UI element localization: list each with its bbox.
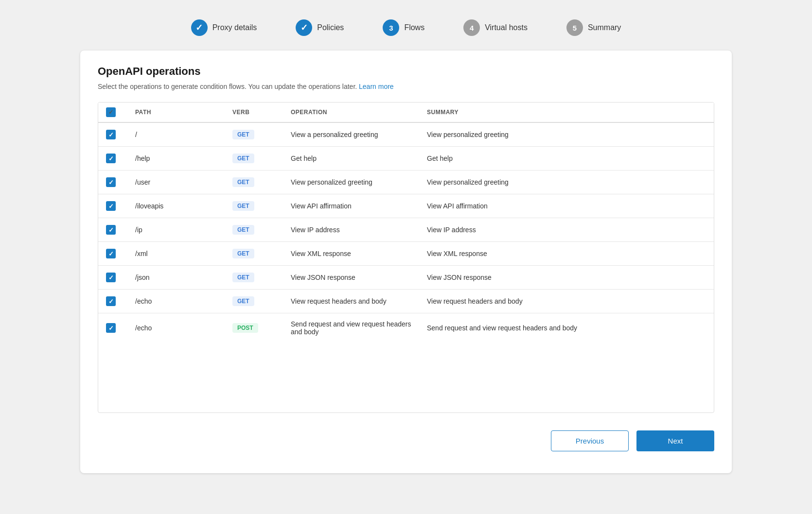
row-path: /xml	[127, 242, 225, 266]
step-flows[interactable]: 3 Flows	[383, 19, 424, 36]
header-path: PATH	[127, 103, 225, 122]
step-label-policies: Policies	[317, 23, 344, 32]
table-row: ✓/helpGETGet helpGet help	[98, 147, 714, 171]
step-circle-flows: 3	[383, 19, 399, 36]
check-icon: ✓	[108, 274, 114, 281]
operations-table: ✓ PATH VERB OPERATION SUMMARY ✓/GETView …	[98, 103, 714, 343]
table-row: ✓/GETView a personalized greetingView pe…	[98, 122, 714, 147]
header-operation: OPERATION	[283, 103, 419, 122]
verb-badge-get: GET	[232, 225, 254, 235]
row-checkbox-cell[interactable]: ✓	[98, 242, 127, 266]
check-icon: ✓	[108, 226, 114, 234]
table-body: ✓/GETView a personalized greetingView pe…	[98, 122, 714, 343]
header-verb: VERB	[225, 103, 283, 122]
row-summary: View XML response	[419, 242, 714, 266]
row-verb: GET	[225, 218, 283, 242]
row-verb: GET	[225, 242, 283, 266]
row-verb: GET	[225, 171, 283, 194]
verb-badge-get: GET	[232, 249, 254, 258]
step-proxy-details[interactable]: ✓ Proxy details	[191, 19, 257, 36]
table-row: ✓/echoPOSTSend request and view request …	[98, 313, 714, 343]
row-path: /ip	[127, 218, 225, 242]
row-checkbox-4[interactable]: ✓	[106, 225, 116, 235]
row-checkbox-cell[interactable]: ✓	[98, 171, 127, 194]
step-circle-virtual-hosts: 4	[463, 19, 480, 36]
check-icon: ✓	[108, 155, 114, 162]
row-operation: View JSON response	[283, 266, 419, 290]
step-label-proxy-details: Proxy details	[212, 23, 257, 32]
step-summary[interactable]: 5 Summary	[566, 19, 621, 36]
row-path: /echo	[127, 313, 225, 343]
step-label-flows: Flows	[404, 23, 424, 32]
row-path: /echo	[127, 290, 225, 313]
row-summary: Send request and view request headers an…	[419, 313, 714, 343]
wizard-steps: ✓ Proxy details ✓ Policies 3 Flows 4 Vir…	[0, 10, 812, 51]
next-button[interactable]: Next	[636, 430, 714, 451]
table-row: ✓/jsonGETView JSON responseView JSON res…	[98, 266, 714, 290]
verb-badge-get: GET	[232, 201, 254, 211]
card-subtitle: Select the operations to generate condit…	[98, 83, 714, 90]
row-summary: Get help	[419, 147, 714, 171]
checkmark-icon: ✓	[195, 22, 203, 33]
row-checkbox-0[interactable]: ✓	[106, 130, 116, 139]
row-path: /json	[127, 266, 225, 290]
check-icon: ✓	[108, 179, 114, 186]
row-verb: GET	[225, 290, 283, 313]
row-checkbox-6[interactable]: ✓	[106, 273, 116, 282]
card-title: OpenAPI operations	[98, 65, 714, 78]
row-checkbox-8[interactable]: ✓	[106, 323, 116, 333]
card-subtitle-text: Select the operations to generate condit…	[98, 83, 359, 90]
table-row: ✓/iloveapisGETView API affirmationView A…	[98, 194, 714, 218]
check-icon: ✓	[108, 131, 114, 138]
row-checkbox-3[interactable]: ✓	[106, 201, 116, 211]
main-card: OpenAPI operations Select the operations…	[80, 51, 732, 473]
row-summary: View personalized greeting	[419, 171, 714, 194]
row-checkbox-cell[interactable]: ✓	[98, 218, 127, 242]
row-path: /	[127, 122, 225, 147]
row-verb: GET	[225, 147, 283, 171]
row-checkbox-cell[interactable]: ✓	[98, 266, 127, 290]
row-path: /help	[127, 147, 225, 171]
row-checkbox-cell[interactable]: ✓	[98, 122, 127, 147]
row-operation: View API affirmation	[283, 194, 419, 218]
row-path: /iloveapis	[127, 194, 225, 218]
step-number-flows: 3	[389, 24, 393, 32]
row-operation: View request headers and body	[283, 290, 419, 313]
row-path: /user	[127, 171, 225, 194]
row-checkbox-cell[interactable]: ✓	[98, 290, 127, 313]
check-icon: ✓	[108, 298, 114, 305]
step-number-virtual-hosts: 4	[470, 24, 474, 32]
row-operation: View a personalized greeting	[283, 122, 419, 147]
row-checkbox-1[interactable]: ✓	[106, 154, 116, 163]
step-circle-proxy-details: ✓	[191, 19, 208, 36]
row-operation: View XML response	[283, 242, 419, 266]
verb-badge-post: POST	[232, 323, 258, 333]
header-checkbox-cell[interactable]: ✓	[98, 103, 127, 122]
step-virtual-hosts[interactable]: 4 Virtual hosts	[463, 19, 528, 36]
row-verb: GET	[225, 194, 283, 218]
step-circle-policies: ✓	[296, 19, 312, 36]
verb-badge-get: GET	[232, 154, 254, 163]
operations-table-container[interactable]: ✓ PATH VERB OPERATION SUMMARY ✓/GETView …	[98, 102, 714, 413]
row-checkbox-cell[interactable]: ✓	[98, 194, 127, 218]
check-icon: ✓	[108, 325, 114, 332]
row-checkbox-cell[interactable]: ✓	[98, 147, 127, 171]
row-checkbox-5[interactable]: ✓	[106, 249, 116, 258]
table-row: ✓/echoGETView request headers and bodyVi…	[98, 290, 714, 313]
row-checkbox-7[interactable]: ✓	[106, 296, 116, 306]
row-operation: Send request and view request headers an…	[283, 313, 419, 343]
verb-badge-get: GET	[232, 130, 254, 139]
learn-more-link[interactable]: Learn more	[359, 83, 394, 90]
table-row: ✓/userGETView personalized greetingView …	[98, 171, 714, 194]
select-all-checkbox[interactable]: ✓	[106, 107, 116, 117]
row-summary: View API affirmation	[419, 194, 714, 218]
step-circle-summary: 5	[566, 19, 583, 36]
verb-badge-get: GET	[232, 177, 254, 187]
row-verb: POST	[225, 313, 283, 343]
row-checkbox-2[interactable]: ✓	[106, 177, 116, 187]
step-policies[interactable]: ✓ Policies	[296, 19, 344, 36]
row-operation: View personalized greeting	[283, 171, 419, 194]
row-checkbox-cell[interactable]: ✓	[98, 313, 127, 343]
previous-button[interactable]: Previous	[551, 430, 629, 451]
row-operation: View IP address	[283, 218, 419, 242]
